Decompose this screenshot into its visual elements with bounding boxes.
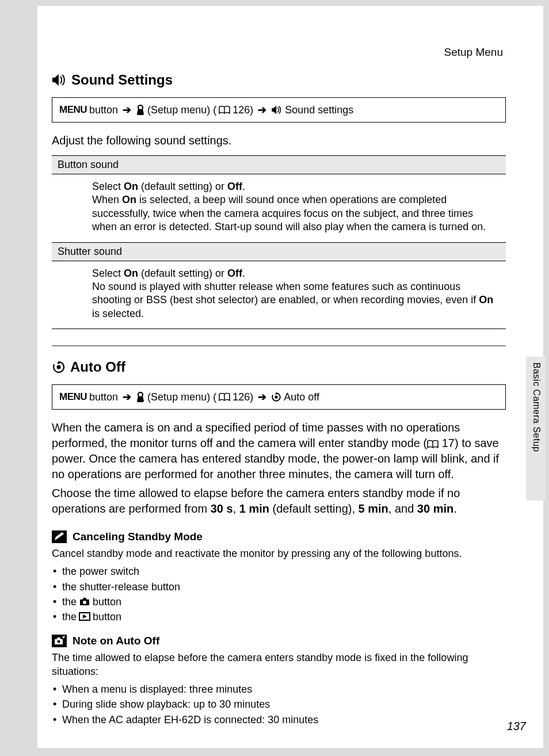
bold: 30 s: [211, 502, 233, 515]
text: .: [242, 181, 245, 192]
page: Setup Menu Sound Settings MENU button ➔ …: [37, 6, 543, 748]
list-item: When the AC adapter EH-62D is connected:…: [52, 712, 506, 727]
sub-note-auto-off: Note on Auto Off The time allowed to ela…: [52, 635, 506, 727]
option-body-button-sound: Select On (default setting) or Off. When…: [52, 174, 506, 242]
text: (default setting),: [269, 502, 359, 515]
option-header-button-sound: Button sound: [52, 155, 506, 174]
divider: [52, 345, 506, 346]
text: Sound settings: [285, 104, 353, 116]
text: ,: [233, 502, 239, 515]
list-item: During slide show playback: up to 30 min…: [52, 697, 506, 712]
playback-icon: [79, 612, 90, 621]
menu-label: MENU: [59, 104, 87, 116]
auto-off-icon: [271, 392, 281, 402]
speaker-icon: [271, 105, 283, 114]
speaker-icon: [52, 74, 67, 86]
section-auto-off: Auto Off MENU button ➔ (Setup menu) ( 12…: [52, 359, 506, 727]
arrow-icon: ➔: [123, 104, 131, 116]
text: the: [62, 594, 77, 609]
svg-point-11: [58, 640, 60, 643]
bold: On: [122, 194, 136, 205]
book-icon: [219, 393, 230, 401]
text: is selected, a beep will sound once when…: [92, 194, 486, 232]
bold: On: [124, 181, 138, 192]
note-camera-icon: [52, 635, 67, 647]
bold: On: [124, 268, 138, 279]
heading-text: Sound Settings: [71, 72, 173, 88]
side-tab-label: Basic Camera Setup: [531, 362, 542, 452]
sub-intro: Cancel standby mode and reactivate the m…: [52, 547, 506, 560]
section-sound-settings: Sound Settings MENU button ➔ (Setup menu…: [52, 72, 506, 329]
text: (Setup menu) (: [147, 104, 216, 116]
text: the: [62, 609, 77, 624]
arrow-icon: ➔: [123, 391, 131, 403]
text: (default setting) or: [138, 181, 227, 192]
bold: 30 min: [417, 502, 453, 515]
cancel-list: the power switch the shutter-release but…: [52, 564, 506, 624]
menu-label: MENU: [59, 391, 87, 403]
list-item: the power switch: [52, 564, 506, 579]
sub-title: Canceling Standby Mode: [52, 530, 506, 543]
text: .: [453, 502, 457, 515]
breadcrumb-sound: MENU button ➔ (Setup menu) ( 126) ➔ Soun…: [52, 97, 506, 123]
text: button: [89, 104, 118, 116]
text: (default setting) or: [138, 268, 227, 279]
arrow-icon: ➔: [258, 391, 266, 403]
text: 126): [232, 104, 253, 116]
auto-off-para2: Choose the time allowed to elapse before…: [52, 486, 506, 517]
svg-point-8: [83, 601, 86, 604]
options-table: Button sound Select On (default setting)…: [52, 155, 506, 329]
book-icon: [219, 106, 230, 114]
text: (Setup menu) (: [147, 391, 216, 403]
list-item: the button: [52, 609, 506, 624]
heading-sound-settings: Sound Settings: [52, 72, 506, 88]
text: When the camera is on and a specified pe…: [52, 421, 460, 449]
sub-cancel-standby: Canceling Standby Mode Cancel standby mo…: [52, 530, 506, 624]
bold: 5 min: [359, 502, 388, 515]
note-list: When a menu is displayed: three minutes …: [52, 682, 506, 727]
text: Select: [92, 181, 124, 192]
sub-title: Note on Auto Off: [52, 635, 506, 647]
list-item: the shutter-release button: [52, 579, 506, 594]
arrow-icon: ➔: [258, 104, 266, 116]
text: button: [93, 594, 121, 609]
text: button: [93, 609, 121, 624]
book-icon: [427, 440, 439, 448]
intro-text: Adjust the following sound settings.: [52, 133, 506, 148]
option-body-shutter-sound: Select On (default setting) or Off. No s…: [52, 261, 506, 330]
page-number: 137: [507, 720, 526, 733]
sub-intro: The time allowed to elapse before the ca…: [52, 651, 506, 679]
text: is selected.: [92, 308, 144, 319]
auto-off-icon: [52, 360, 66, 374]
text: .: [242, 268, 245, 279]
wrench-icon: [136, 392, 145, 402]
sub-title-text: Canceling Standby Mode: [73, 530, 203, 543]
text: button: [89, 391, 118, 403]
note-pencil-icon: [52, 530, 67, 543]
text: Auto off: [284, 391, 319, 403]
text: No sound is played with shutter release …: [92, 281, 479, 306]
wrench-icon: [136, 105, 145, 115]
camera-icon: [79, 597, 90, 606]
auto-off-para1: When the camera is on and a specified pe…: [52, 420, 506, 482]
heading-text: Auto Off: [70, 359, 125, 375]
svg-point-5: [275, 396, 278, 399]
running-head: Setup Menu: [444, 46, 503, 59]
list-item: When a menu is displayed: three minutes: [52, 682, 506, 697]
text: Select: [92, 268, 124, 279]
heading-auto-off: Auto Off: [52, 359, 506, 375]
breadcrumb-auto-off: MENU button ➔ (Setup menu) ( 126) ➔ Auto…: [52, 384, 506, 410]
bold: On: [479, 294, 493, 306]
option-header-shutter-sound: Shutter sound: [52, 242, 506, 261]
svg-point-2: [57, 365, 61, 369]
text: , and: [388, 502, 417, 515]
sub-title-text: Note on Auto Off: [73, 635, 159, 647]
bold: Off: [227, 181, 242, 192]
bold: 1 min: [239, 502, 269, 515]
list-item: the button: [52, 594, 506, 609]
text: When: [92, 194, 122, 205]
bold: Off: [227, 268, 242, 279]
text: 126): [232, 391, 253, 403]
